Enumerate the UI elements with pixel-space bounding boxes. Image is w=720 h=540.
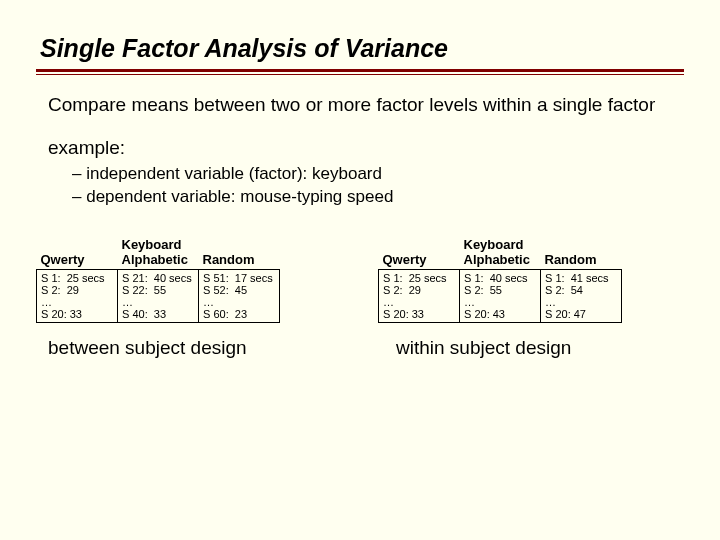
table-cell: S 1: 25 secs S 2: 29 … S 20: 33 [37, 269, 118, 322]
table-cell: S 1: 40 secs S 2: 55 … S 20: 43 [460, 269, 541, 322]
between-block: Qwerty KeyboardAlphabetic Random S 1: 25… [36, 235, 342, 359]
col-header-alphabetic: KeyboardAlphabetic [460, 235, 541, 270]
col-header-qwerty: Qwerty [379, 235, 460, 270]
page-title: Single Factor Analysis of Variance [40, 34, 684, 63]
within-caption: within subject design [396, 337, 684, 359]
within-block: Qwerty KeyboardAlphabetic Random S 1: 25… [378, 235, 684, 359]
bullet-item: – independent variable (factor): keyboar… [72, 163, 684, 186]
table-cell: S 1: 41 secs S 2: 54 … S 20: 47 [541, 269, 622, 322]
within-table: Qwerty KeyboardAlphabetic Random S 1: 25… [378, 235, 622, 323]
tables-row: Qwerty KeyboardAlphabetic Random S 1: 25… [36, 235, 684, 359]
title-rule-thick [36, 69, 684, 72]
intro-text: Compare means between two or more factor… [48, 93, 684, 117]
col-header-random: Random [199, 235, 280, 270]
slide: Single Factor Analysis of Variance Compa… [0, 0, 720, 359]
table-cell: S 51: 17 secs S 52: 45 … S 60: 23 [199, 269, 280, 322]
table-cell: S 21: 40 secs S 22: 55 … S 40: 33 [118, 269, 199, 322]
col-header-qwerty: Qwerty [37, 235, 118, 270]
between-table: Qwerty KeyboardAlphabetic Random S 1: 25… [36, 235, 280, 323]
col-header-random: Random [541, 235, 622, 270]
col-header-alphabetic: KeyboardAlphabetic [118, 235, 199, 270]
table-cell: S 1: 25 secs S 2: 29 … S 20: 33 [379, 269, 460, 322]
bullet-item: – dependent variable: mouse-typing speed [72, 186, 684, 209]
example-label: example: [48, 137, 684, 159]
title-rule-thin [36, 74, 684, 75]
between-caption: between subject design [48, 337, 342, 359]
bullet-list: – independent variable (factor): keyboar… [72, 163, 684, 209]
